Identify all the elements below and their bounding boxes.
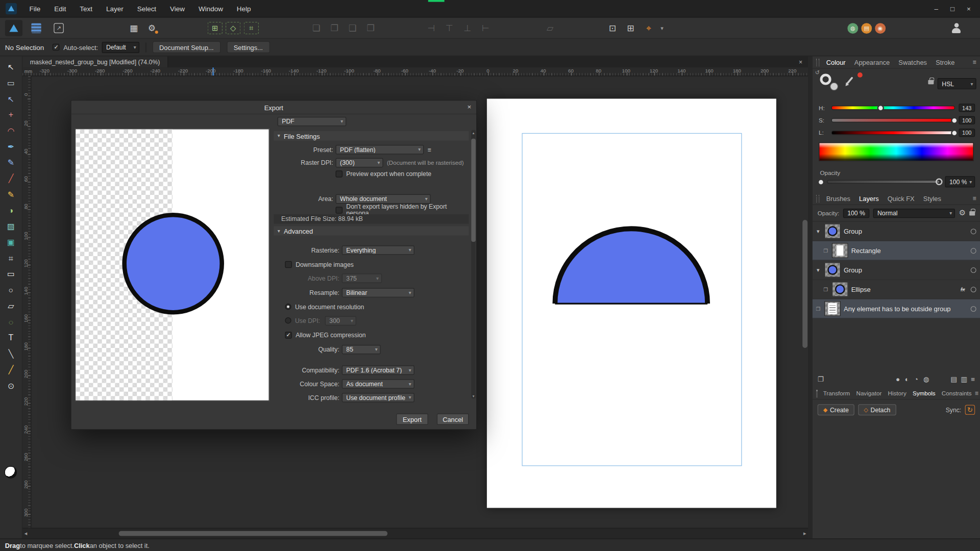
studio-link-icon-3[interactable]: ◉ [875,23,886,34]
use-dpi-dropdown[interactable]: 300▾ [325,316,356,325]
vector-crop-tool-icon[interactable]: ⌗ [4,251,18,265]
mask-icon[interactable]: ◍ [923,375,929,383]
layer-thumbnail[interactable] [824,223,841,238]
studio-link-icon-1[interactable]: ◍ [847,23,858,34]
tab-constraints[interactable]: Constraints [939,390,975,396]
designer-persona-button[interactable] [5,20,22,36]
tab-swatches[interactable]: Swatches [894,58,932,66]
menu-window[interactable]: Window [191,5,230,12]
detach-symbol-button[interactable]: ◇ Detach [858,404,896,415]
stroke-colour-well[interactable] [820,73,831,85]
menu-view[interactable]: View [163,5,192,12]
tab-history[interactable]: History [885,390,909,396]
document-page[interactable] [487,98,776,508]
rectangle-tool-icon[interactable]: ▭ [4,267,18,281]
panel-menu-icon[interactable]: ≡ [975,390,978,396]
node-pencil-tool-icon[interactable]: ✎ [4,156,18,169]
pen-tool-icon[interactable]: ✒ [4,140,18,154]
pencil-tool-icon[interactable]: ✎ [4,187,18,201]
picked-colour-swatch[interactable] [857,72,863,78]
dialog-scroll-thumb[interactable] [471,139,476,242]
slider-value[interactable]: 143 [959,104,975,112]
list-view-icon[interactable]: ≡ [971,375,975,383]
menu-text[interactable]: Text [73,5,100,12]
layer-visibility-toggle[interactable] [971,286,976,292]
layer-visibility-toggle[interactable] [971,306,976,311]
layer-visibility-toggle[interactable] [971,267,976,272]
align-bottom-icon[interactable]: ⊥ [460,20,475,35]
colour-picker-tool-icon[interactable]: ╲ [4,347,18,361]
scroll-down-icon[interactable]: ▾ [471,393,476,398]
layer-row-rectangle[interactable]: ❐Rectangle [813,241,980,261]
scroll-right-icon[interactable]: ▸ [803,531,806,537]
insert-inside-icon[interactable]: ⊡ [605,20,620,35]
place-image-tool-icon[interactable]: ▣ [4,235,18,249]
corner-tool-icon[interactable]: ◠ [4,123,18,137]
layer-thumbnail[interactable] [832,243,848,258]
layer-visibility-toggle[interactable] [971,248,976,254]
adjustment-icon[interactable]: ◐ [905,375,909,383]
scroll-up-icon[interactable]: ▴ [471,131,476,135]
layer-visibility-toggle[interactable] [971,229,976,234]
panel-grip[interactable] [816,389,817,397]
snap-grid-icon[interactable]: ⊞ [208,22,223,34]
rasterise-dropdown[interactable]: Everything▾ [342,245,414,255]
tab-colour[interactable]: Colour [822,58,850,66]
layers-opacity-dropdown[interactable]: 100 % [843,208,869,217]
resample-dropdown[interactable]: Bilinear▾ [342,288,414,297]
move-tool-icon[interactable]: ↖ [4,60,18,74]
semicircle-shape[interactable] [487,98,776,508]
tab-transform[interactable]: Transform [820,390,853,396]
panel-menu-icon[interactable]: ≡ [972,59,976,65]
slider-thumb[interactable] [877,104,884,111]
colour-spectrum[interactable] [819,142,974,161]
above-dpi-dropdown[interactable]: 375▾ [342,273,382,283]
document-setup-button[interactable]: Document Setup... [153,41,220,53]
transform-mode-icon[interactable]: ▱ [543,20,557,35]
detail-view-icon[interactable]: ▥ [961,375,967,383]
horizontal-scroll-thumb[interactable] [119,531,388,536]
tab-appearance[interactable]: Appearance [850,58,894,66]
layer-name[interactable]: Ellipse [851,286,958,293]
layer-name[interactable]: Rectangle [851,247,965,255]
jpeg-checkbox[interactable]: ✓ [285,332,291,338]
node-tool-icon[interactable]: ↖ [4,92,18,106]
menu-layer[interactable]: Layer [100,5,131,12]
lock-icon[interactable] [928,80,934,85]
cancel-button[interactable]: Cancel [437,414,469,425]
colour-space-dropdown[interactable]: As document▾ [342,379,414,388]
opacity-thumb[interactable] [936,179,942,185]
snap-shape-icon[interactable]: ◇ [226,22,240,34]
measure-tool-icon[interactable]: ╱ [4,363,18,377]
close-button[interactable]: × [963,5,975,12]
zoom-tool-icon[interactable]: ⊙ [4,379,18,392]
tab-brushes[interactable]: Brushes [822,194,854,202]
duplicate-layer-icon[interactable]: ❐ [818,375,824,383]
advanced-header[interactable]: ▾ Advanced [274,226,469,235]
layer-row-group[interactable]: ▾Group [813,222,980,241]
layer-name[interactable]: Group [844,266,965,274]
menu-help[interactable]: Help [230,5,258,12]
opacity-value-dropdown[interactable]: 100 %▾ [945,176,975,187]
shape-builder-tool-icon[interactable]: ◌ [4,315,18,329]
preset-dropdown[interactable]: PDF (flatten)▾ [336,144,424,154]
auto-select-dropdown[interactable]: Default▾ [102,41,139,53]
grid-options-icon[interactable]: ▦ [126,20,141,35]
format-dropdown[interactable]: PDF▾ [278,117,347,126]
preview-export-checkbox[interactable] [336,170,342,177]
quality-dropdown[interactable]: 85▾ [342,344,381,354]
area-dropdown[interactable]: Whole document▾ [336,194,431,203]
panel-splitter[interactable] [808,56,813,538]
dont-export-checkbox[interactable] [336,207,342,213]
maximize-button[interactable]: □ [946,5,959,12]
layer-name[interactable]: Group [844,228,965,235]
fill-stroke-selector[interactable] [5,461,17,479]
align-left-icon[interactable]: ⊣ [424,20,438,35]
align-right-icon[interactable]: ⊢ [478,20,493,35]
layer-row-ellipse[interactable]: ❐Ellipsefx [813,280,980,299]
account-button[interactable] [949,20,964,35]
settings-button[interactable]: Settings... [227,41,270,53]
icc-profile-dropdown[interactable]: Use document profile▾ [342,393,414,402]
layer-row-any-element-has-to-be-outside-group[interactable]: ❐Any element has to be outside group [813,299,980,319]
sync-toggle-icon[interactable]: ↻ [965,405,975,415]
